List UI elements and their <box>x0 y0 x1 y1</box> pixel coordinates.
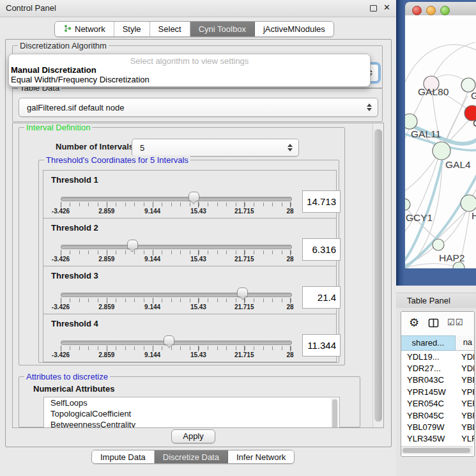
threshold-slider-track[interactable] <box>61 293 292 297</box>
slider-major-tick <box>290 202 291 208</box>
gear-icon[interactable]: ⚙ <box>409 316 419 330</box>
number-of-intervals-combobox[interactable]: 5 <box>132 139 299 157</box>
network-graph: GAL80GACGAL11GAL4GCY1HHAP2 <box>405 15 476 268</box>
slider-tick-label: 2.859 <box>88 208 126 215</box>
cell-name: YER0 <box>458 399 475 408</box>
table-data-value: galFiltered.sif default node <box>27 103 124 112</box>
table-row[interactable]: YBR043CYBR0 <box>401 374 475 386</box>
tab-impute-data[interactable]: Impute Data <box>92 450 155 463</box>
threshold-slider-track[interactable] <box>61 341 292 345</box>
threshold-slider-track[interactable] <box>61 245 292 249</box>
slider-major-tick <box>198 298 199 303</box>
threshold-panel-3: Threshold 3-3.4262.8599.14415.4321.71528… <box>43 266 337 314</box>
attribute-item-topologicalcoefficient[interactable]: TopologicalCoefficient <box>44 408 339 419</box>
table-panel-title: Table Panel <box>407 296 450 305</box>
network-node[interactable] <box>405 199 410 210</box>
cell-shared-name: YBR043C <box>401 375 458 385</box>
slider-major-tick <box>198 202 199 208</box>
threshold-slider-track[interactable] <box>61 197 292 201</box>
network-node[interactable] <box>405 114 417 129</box>
tab-discretize-data[interactable]: Discretize Data <box>155 450 228 463</box>
tab-style[interactable]: Style <box>114 22 150 36</box>
table-row[interactable]: YLR345WYLR3 <box>401 433 475 445</box>
threshold-value-field[interactable]: 6.316 <box>302 238 341 261</box>
cell-name: YDR2 <box>458 364 475 373</box>
slider-major-tick <box>244 298 245 303</box>
tab-cyni-toolbox[interactable]: Cyni Toolbox <box>190 22 255 36</box>
slider-major-tick <box>107 202 107 208</box>
column-header-shared-name[interactable]: shared... <box>401 335 456 351</box>
threshold-slider-thumb[interactable] <box>188 192 199 201</box>
network-node[interactable] <box>461 195 476 211</box>
table-row[interactable]: YER054CYER0 <box>401 398 475 410</box>
tab-label: Style <box>123 24 141 34</box>
thresholds-group-title: Threshold's Coordinates for 5 Intervals <box>44 155 190 165</box>
close-traffic-light[interactable] <box>412 6 422 15</box>
slider-tick-label: 9.144 <box>134 351 172 358</box>
slider-major-tick <box>61 346 61 351</box>
slider-tick-label: 21.715 <box>225 256 263 263</box>
table-row[interactable]: YDR27...YDR2 <box>401 362 475 374</box>
slider-minor-ticks <box>61 250 291 254</box>
settings-scrollpane: Interval Definition Number of Intervals … <box>12 123 384 428</box>
columns-icon[interactable] <box>428 318 440 331</box>
node-table: ⚙ ☑☑ shared... na YDL19...YDL1YDR27...YD… <box>401 311 475 457</box>
network-icon <box>63 24 72 35</box>
table-data-combobox[interactable]: galFiltered.sif default node <box>19 98 378 117</box>
numerical-attributes-heading: Numerical Attributes <box>33 384 114 394</box>
threshold-slider-thumb[interactable] <box>127 240 138 249</box>
column-header-name[interactable]: na <box>456 335 475 351</box>
cell-name: YBR0 <box>458 375 475 385</box>
attribute-item-selfloops[interactable]: SelfLoops <box>44 397 339 408</box>
numerical-attributes-list[interactable]: SelfLoopsTopologicalCoefficientBetweenne… <box>43 397 340 428</box>
table-row[interactable]: YBR045CYBR0 <box>401 410 475 421</box>
apply-button[interactable]: Apply <box>171 429 215 443</box>
algorithm-popup: Select algorithm to view settings Manual… <box>8 54 371 87</box>
network-window-titlebar <box>405 2 476 16</box>
close-icon[interactable]: ✕ <box>383 3 390 12</box>
table-horizontal-scrollbar[interactable] <box>401 446 473 454</box>
slider-major-tick <box>153 298 153 303</box>
checkbox-icons[interactable]: ☑☑ <box>447 318 463 327</box>
table-row[interactable]: YBL079WYBL0 <box>401 421 475 433</box>
scrollbar-thumb[interactable] <box>374 129 382 422</box>
table-row[interactable]: YDL19...YDL1 <box>401 351 475 362</box>
threshold-slider-thumb[interactable] <box>237 288 248 297</box>
slider-major-tick <box>61 298 61 303</box>
attribute-item-betweennesscentrality[interactable]: BetweennessCentrality <box>44 419 339 428</box>
popup-option-equal-width-frequency-discretization[interactable]: Equal Width/Frequency Discretization <box>11 75 150 84</box>
window-title: Control Panel <box>6 3 56 13</box>
cell-name: YDL1 <box>458 352 475 362</box>
tab-select[interactable]: Select <box>150 22 190 36</box>
network-node[interactable] <box>433 239 444 250</box>
cell-name: YPR1 <box>458 387 475 397</box>
table-header-row: shared... na <box>401 335 475 351</box>
threshold-label: Threshold 4 <box>51 319 98 328</box>
zoom-traffic-light[interactable] <box>440 6 450 15</box>
tab-jactivemnodules[interactable]: jActiveMNodules <box>255 22 334 36</box>
settings-vertical-scrollbar[interactable] <box>372 123 383 427</box>
tab-infer-network[interactable]: Infer Network <box>228 450 294 463</box>
slider-major-tick <box>290 250 291 256</box>
tab-network[interactable]: Network <box>55 22 114 36</box>
network-node[interactable] <box>433 142 450 160</box>
slider-major-tick <box>290 346 291 351</box>
cell-name: YLR3 <box>458 434 475 443</box>
threshold-value-field[interactable]: 21.4 <box>302 286 341 309</box>
slider-tick-label: 15.43 <box>179 351 217 358</box>
threshold-value-field[interactable]: 14.713 <box>302 190 341 213</box>
attributes-scrollbar[interactable] <box>331 398 339 428</box>
slider-tick-label: 2.859 <box>88 303 126 311</box>
threshold-value-field[interactable]: 11.344 <box>302 334 341 357</box>
node-label: GAL4 <box>445 159 471 170</box>
float-window-icon[interactable] <box>370 5 377 12</box>
network-canvas[interactable]: GAL80GACGAL11GAL4GCY1HHAP2 <box>405 15 476 268</box>
minimize-traffic-light[interactable] <box>426 6 436 15</box>
popup-option-manual-discretization[interactable]: Manual Discretization <box>11 65 96 75</box>
slider-tick-label: 21.715 <box>225 303 263 311</box>
tab-label: Network <box>75 24 105 34</box>
table-row[interactable]: YPR145WYPR1 <box>401 386 475 397</box>
cell-shared-name: YBL079W <box>401 422 458 432</box>
threshold-slider-thumb[interactable] <box>164 335 174 345</box>
scrollbar-thumb[interactable] <box>403 448 470 453</box>
